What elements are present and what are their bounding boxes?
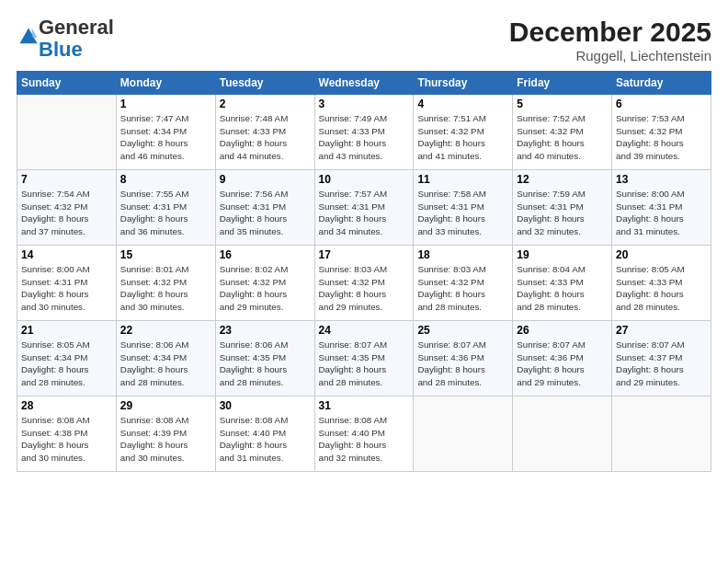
day-number: 15 [120,248,211,261]
day-number: 5 [517,98,608,110]
calendar-cell: 28Sunrise: 8:08 AM Sunset: 4:38 PM Dayli… [17,396,117,472]
day-number: 19 [517,248,608,261]
day-info: Sunrise: 7:48 AM Sunset: 4:33 PM Dayligh… [220,112,311,163]
day-info: Sunrise: 7:52 AM Sunset: 4:32 PM Dayligh… [517,112,608,163]
day-info: Sunrise: 8:08 AM Sunset: 4:38 PM Dayligh… [21,414,112,465]
day-number: 20 [616,248,707,261]
day-number: 23 [220,324,311,337]
day-info: Sunrise: 7:49 AM Sunset: 4:33 PM Dayligh… [319,112,410,163]
day-info: Sunrise: 8:00 AM Sunset: 4:31 PM Dayligh… [21,263,112,314]
day-info: Sunrise: 8:07 AM Sunset: 4:36 PM Dayligh… [517,339,608,389]
header: General Blue December 2025 Ruggell, Liec… [17,17,711,63]
week-row-0: 1Sunrise: 7:47 AM Sunset: 4:34 PM Daylig… [17,95,711,170]
day-number: 29 [120,399,211,412]
day-number: 16 [220,248,311,261]
day-number: 1 [120,98,211,110]
day-info: Sunrise: 7:57 AM Sunset: 4:31 PM Dayligh… [319,188,410,238]
day-number: 9 [220,173,311,186]
logo-icon [18,27,39,47]
logo: General Blue [17,17,114,61]
day-info: Sunrise: 8:05 AM Sunset: 4:34 PM Dayligh… [21,339,112,389]
calendar-cell: 7Sunrise: 7:54 AM Sunset: 4:32 PM Daylig… [17,170,117,246]
day-number: 4 [417,98,508,110]
day-info: Sunrise: 8:03 AM Sunset: 4:32 PM Dayligh… [417,263,508,314]
day-info: Sunrise: 7:47 AM Sunset: 4:34 PM Dayligh… [120,112,211,163]
calendar-cell: 16Sunrise: 8:02 AM Sunset: 4:32 PM Dayli… [215,246,314,321]
calendar-cell: 13Sunrise: 8:00 AM Sunset: 4:31 PM Dayli… [612,170,711,246]
day-info: Sunrise: 8:06 AM Sunset: 4:34 PM Dayligh… [120,339,211,389]
day-info: Sunrise: 8:02 AM Sunset: 4:32 PM Dayligh… [220,263,311,314]
calendar-cell: 3Sunrise: 7:49 AM Sunset: 4:33 PM Daylig… [314,95,414,170]
calendar-cell: 5Sunrise: 7:52 AM Sunset: 4:32 PM Daylig… [513,95,612,170]
calendar-cell: 29Sunrise: 8:08 AM Sunset: 4:39 PM Dayli… [116,396,215,472]
day-info: Sunrise: 8:06 AM Sunset: 4:35 PM Dayligh… [220,339,311,389]
title-block: December 2025 Ruggell, Liechtenstein [509,17,711,63]
calendar-cell: 15Sunrise: 8:01 AM Sunset: 4:32 PM Dayli… [116,246,215,321]
day-info: Sunrise: 8:08 AM Sunset: 4:40 PM Dayligh… [319,414,410,465]
day-number: 27 [616,324,707,337]
day-info: Sunrise: 7:53 AM Sunset: 4:32 PM Dayligh… [616,112,707,163]
day-info: Sunrise: 8:07 AM Sunset: 4:36 PM Dayligh… [417,339,508,389]
day-number: 6 [616,98,707,110]
month-title: December 2025 [509,17,711,48]
calendar-cell: 4Sunrise: 7:51 AM Sunset: 4:32 PM Daylig… [414,95,513,170]
calendar-cell [17,95,117,170]
calendar-cell: 11Sunrise: 7:58 AM Sunset: 4:31 PM Dayli… [414,170,513,246]
location-title: Ruggell, Liechtenstein [509,48,711,63]
day-number: 13 [616,173,707,186]
day-info: Sunrise: 7:55 AM Sunset: 4:31 PM Dayligh… [120,188,211,238]
weekday-header-monday: Monday [116,72,215,95]
day-info: Sunrise: 8:01 AM Sunset: 4:32 PM Dayligh… [120,263,211,314]
day-number: 22 [120,324,211,337]
weekday-header-wednesday: Wednesday [314,72,414,95]
day-info: Sunrise: 7:51 AM Sunset: 4:32 PM Dayligh… [417,112,508,163]
calendar-cell: 31Sunrise: 8:08 AM Sunset: 4:40 PM Dayli… [314,396,414,472]
weekday-header-saturday: Saturday [612,72,711,95]
day-number: 21 [21,324,112,337]
day-number: 7 [21,173,112,186]
svg-marker-1 [32,29,38,38]
calendar-cell: 21Sunrise: 8:05 AM Sunset: 4:34 PM Dayli… [17,321,117,396]
day-info: Sunrise: 8:07 AM Sunset: 4:35 PM Dayligh… [319,339,410,389]
calendar-cell: 23Sunrise: 8:06 AM Sunset: 4:35 PM Dayli… [215,321,314,396]
day-number: 8 [120,173,211,186]
calendar-cell: 14Sunrise: 8:00 AM Sunset: 4:31 PM Dayli… [17,246,117,321]
calendar-cell: 6Sunrise: 7:53 AM Sunset: 4:32 PM Daylig… [612,95,711,170]
day-info: Sunrise: 8:04 AM Sunset: 4:33 PM Dayligh… [517,263,608,314]
day-number: 12 [517,173,608,186]
calendar-cell: 18Sunrise: 8:03 AM Sunset: 4:32 PM Dayli… [414,246,513,321]
week-row-2: 14Sunrise: 8:00 AM Sunset: 4:31 PM Dayli… [17,246,711,321]
day-number: 26 [517,324,608,337]
page: General Blue December 2025 Ruggell, Liec… [0,0,728,563]
calendar-cell: 2Sunrise: 7:48 AM Sunset: 4:33 PM Daylig… [215,95,314,170]
week-row-3: 21Sunrise: 8:05 AM Sunset: 4:34 PM Dayli… [17,321,711,396]
calendar-cell [414,396,513,472]
logo-blue-text: Blue [39,38,83,61]
day-info: Sunrise: 8:03 AM Sunset: 4:32 PM Dayligh… [319,263,410,314]
logo-general-text: General [39,16,114,39]
day-number: 25 [417,324,508,337]
calendar-cell: 24Sunrise: 8:07 AM Sunset: 4:35 PM Dayli… [314,321,414,396]
calendar-cell: 1Sunrise: 7:47 AM Sunset: 4:34 PM Daylig… [116,95,215,170]
day-info: Sunrise: 8:00 AM Sunset: 4:31 PM Dayligh… [616,188,707,238]
calendar-cell: 26Sunrise: 8:07 AM Sunset: 4:36 PM Dayli… [513,321,612,396]
day-number: 30 [220,399,311,412]
calendar-cell: 27Sunrise: 8:07 AM Sunset: 4:37 PM Dayli… [612,321,711,396]
calendar-cell: 12Sunrise: 7:59 AM Sunset: 4:31 PM Dayli… [513,170,612,246]
day-number: 24 [319,324,410,337]
week-row-1: 7Sunrise: 7:54 AM Sunset: 4:32 PM Daylig… [17,170,711,246]
day-number: 11 [417,173,508,186]
week-row-4: 28Sunrise: 8:08 AM Sunset: 4:38 PM Dayli… [17,396,711,472]
calendar-cell: 25Sunrise: 8:07 AM Sunset: 4:36 PM Dayli… [414,321,513,396]
weekday-header-thursday: Thursday [414,72,513,95]
weekday-header-tuesday: Tuesday [215,72,314,95]
calendar-cell: 9Sunrise: 7:56 AM Sunset: 4:31 PM Daylig… [215,170,314,246]
day-number: 14 [21,248,112,261]
calendar-cell: 17Sunrise: 8:03 AM Sunset: 4:32 PM Dayli… [314,246,414,321]
day-info: Sunrise: 7:56 AM Sunset: 4:31 PM Dayligh… [220,188,311,238]
day-number: 2 [220,98,311,110]
calendar-cell [612,396,711,472]
day-info: Sunrise: 8:07 AM Sunset: 4:37 PM Dayligh… [616,339,707,389]
calendar-cell: 20Sunrise: 8:05 AM Sunset: 4:33 PM Dayli… [612,246,711,321]
day-number: 18 [417,248,508,261]
